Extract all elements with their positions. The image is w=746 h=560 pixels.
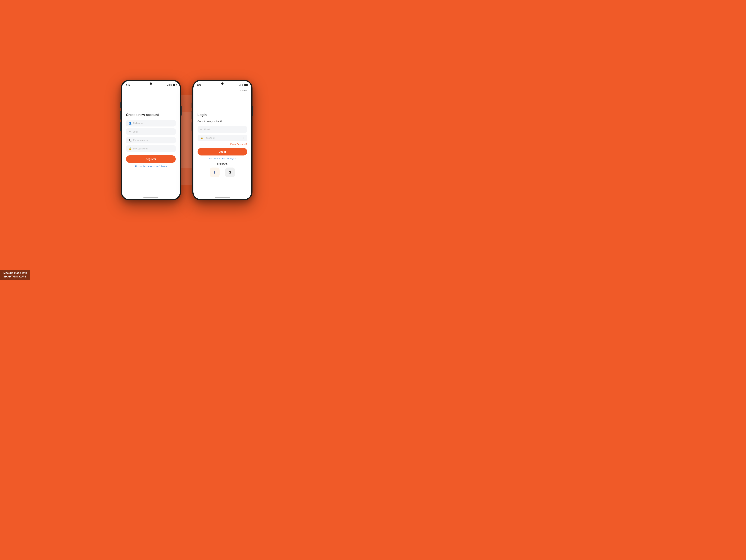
volume-down-button	[120, 122, 121, 131]
email-icon-login: ✉	[200, 128, 203, 131]
google-button[interactable]: G	[225, 168, 235, 177]
status-icons-register: ∈	[168, 84, 176, 86]
login-with-label: Login with	[217, 163, 227, 165]
password-placeholder-register: new password	[133, 147, 148, 150]
signup-link[interactable]: Sign up	[230, 157, 237, 160]
battery-icon	[173, 84, 176, 86]
eye-slash-icon[interactable]: 👁̸	[243, 137, 245, 139]
mute-button	[120, 103, 121, 108]
password-field-register[interactable]: 🔒 new password	[126, 145, 176, 152]
facebook-icon: f	[214, 171, 215, 174]
register-phone-screen: 9:41 ∈ Creat a	[122, 81, 180, 199]
home-indicator-login	[215, 197, 230, 198]
wifi-icon: ∈	[170, 84, 172, 86]
watermark-line1: Mockup made with	[3, 271, 27, 275]
register-form: Creat a new account 👤 Full name ✉ Email …	[122, 113, 180, 167]
register-button[interactable]: Register	[126, 155, 176, 163]
status-time-login: 9:41	[197, 84, 201, 86]
email-icon-register: ✉	[129, 130, 131, 133]
home-indicator-register	[143, 197, 159, 198]
volume-down-button-2	[192, 122, 192, 131]
register-phone: 9:41 ∈ Creat a	[121, 80, 181, 200]
phone-placeholder: Phone number	[133, 139, 148, 142]
divider-right	[229, 164, 247, 164]
email-field-register[interactable]: ✉ Email	[126, 129, 176, 135]
email-placeholder-register: Email	[133, 131, 139, 133]
battery-icon-2	[244, 84, 248, 86]
register-title: Creat a new account	[126, 113, 176, 117]
mute-button-2	[192, 103, 192, 108]
no-account-prefix: I don't have an account.	[207, 157, 230, 160]
signal-icon-2	[239, 84, 241, 86]
login-form: Login Good to see you back! ✉ Email 🔒 Pa…	[194, 113, 251, 177]
camera-notch-2	[221, 82, 224, 85]
signal-icon	[168, 84, 170, 86]
google-icon: G	[229, 171, 231, 174]
volume-up-button-2	[192, 111, 192, 119]
login-with-section: Login with	[198, 163, 247, 165]
no-account-row: I don't have an account. Sign up	[198, 157, 247, 160]
login-link[interactable]: Login	[161, 165, 167, 167]
power-button-2	[253, 106, 253, 116]
phone-field[interactable]: 📞 Phone number	[126, 137, 176, 143]
already-account-text: Already have an account? Login	[126, 165, 176, 167]
divider-left	[198, 164, 216, 164]
login-phone-screen: 9:41 ∈ Cancel	[194, 81, 251, 199]
already-account-prefix: Already have an account?	[135, 165, 161, 167]
power-button	[181, 106, 182, 116]
cancel-button[interactable]: Cancel	[240, 89, 247, 92]
social-buttons-row: f G	[198, 168, 247, 177]
phone-icon: 📞	[129, 139, 132, 142]
person-icon: 👤	[129, 122, 132, 124]
login-button[interactable]: Login	[198, 148, 247, 156]
wifi-icon-2: ∈	[242, 84, 243, 86]
password-field-login[interactable]: 🔒 Password 👁̸	[198, 135, 247, 141]
camera-notch	[150, 82, 152, 85]
login-content: Cancel Login Good to see you back! ✉ Ema…	[194, 81, 251, 199]
register-content: Creat a new account 👤 Full name ✉ Email …	[122, 81, 180, 199]
login-phone: 9:41 ∈ Cancel	[192, 80, 253, 200]
forgot-password-link[interactable]: Forgot Password?	[198, 143, 247, 145]
facebook-button[interactable]: f	[210, 168, 220, 177]
lock-icon-login: 🔒	[200, 137, 203, 139]
phones-container: 9:41 ∈ Creat a	[121, 80, 253, 200]
watermark-line2: SMARTMOCKUPS	[3, 275, 27, 279]
status-time-register: 9:41	[126, 84, 130, 86]
email-field-login[interactable]: ✉ Email	[198, 126, 247, 133]
fullname-placeholder: Full name	[133, 122, 143, 124]
password-placeholder-login: Password	[205, 137, 215, 139]
email-placeholder-login: Email	[204, 128, 210, 131]
watermark: Mockup made with SMARTMOCKUPS	[0, 270, 30, 280]
login-subtitle: Good to see you back!	[198, 120, 247, 123]
status-icons-login: ∈	[239, 84, 248, 86]
fullname-field[interactable]: 👤 Full name	[126, 120, 176, 127]
lock-icon-register: 🔒	[129, 147, 132, 150]
volume-up-button	[120, 111, 121, 119]
login-title: Login	[198, 113, 247, 117]
